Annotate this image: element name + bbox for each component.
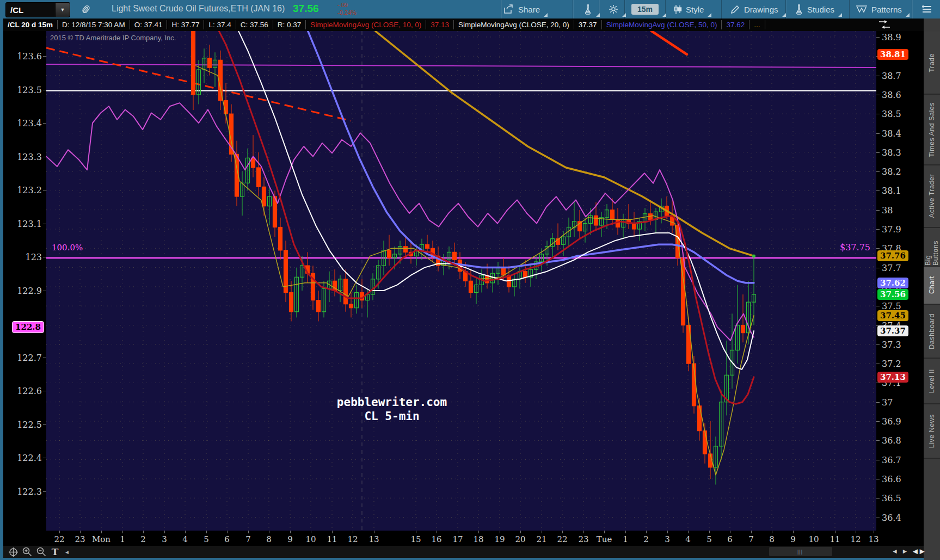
time-axis-tick [625, 531, 626, 533]
time-axis-label: 23 [578, 534, 588, 544]
zoom-in-icon[interactable] [21, 546, 34, 558]
time-axis-tick [437, 531, 437, 533]
right-axis-label: 37.2 [882, 359, 901, 369]
right-axis-label: 36.4 [882, 512, 901, 522]
toolbar-button-drawings[interactable]: Drawings [730, 0, 778, 19]
fib-level-label: 100.0% [52, 243, 83, 253]
time-axis-tick [874, 531, 874, 533]
time-axis-tick [248, 531, 249, 533]
compare-arrows-icon[interactable] [877, 20, 892, 32]
watermark-line1: pebblewriter.com [302, 395, 482, 409]
time-axis-tick [709, 531, 710, 533]
time-axis-label: 12 [850, 534, 861, 544]
sidebar-tab-label: Times And Sales [928, 102, 936, 157]
collapse-left-icon[interactable]: ◄ [63, 546, 71, 558]
toolbar-button-share[interactable]: Share [503, 0, 540, 19]
chevron-down-icon: ▼ [60, 7, 65, 13]
time-axis-tick [667, 531, 668, 533]
pan-tool-icon[interactable] [7, 546, 20, 558]
time-axis-label: 19 [494, 534, 505, 544]
time-axis-tick [101, 531, 102, 533]
right-axis-label: 38.1 [882, 186, 901, 196]
pan-step-buttons[interactable]: ◄ ► [892, 547, 908, 555]
time-axis-label: 7 [748, 534, 754, 544]
fast-pan-icon[interactable]: ◄► [911, 546, 925, 556]
time-axis-tick [730, 531, 730, 533]
link-paperclip-icon[interactable] [81, 4, 91, 17]
right-axis-tick [876, 518, 880, 518]
sidebar-tab-live-news[interactable]: Live News [924, 404, 940, 459]
time-axis-label: 13 [868, 534, 878, 544]
left-axis-label: 123.2 [17, 185, 42, 195]
time-axis-label: 17 [452, 534, 463, 544]
right-axis-tick [876, 498, 880, 499]
time-axis-label: 16 [431, 534, 441, 544]
time-axis-tick [122, 531, 123, 533]
timeframe-chip[interactable]: 15m [631, 4, 659, 15]
price-change: -.09 -0.24% [337, 1, 357, 16]
time-axis-label: 1 [120, 534, 125, 544]
right-axis-tick [876, 344, 880, 345]
sidebar-tab-trade[interactable]: Trade [924, 32, 940, 95]
right-axis-tick [876, 248, 880, 249]
price-chart-canvas[interactable] [46, 31, 876, 531]
chart-plot-area[interactable] [46, 31, 876, 531]
header-segment-2: O: 37.41 [130, 20, 168, 29]
toolbar-button-timeframe[interactable]: 15m [631, 0, 659, 19]
time-axis-tick [185, 531, 186, 533]
sidebar-tab-active-trader[interactable]: Active Trader [924, 165, 940, 228]
toolbar-button-style[interactable]: Style [674, 0, 704, 19]
right-axis-tick [876, 421, 880, 422]
time-axis-label: 22 [557, 534, 567, 544]
right-axis-tick [876, 210, 880, 211]
sidebar-tab-big-buttons[interactable]: Big Buttons [924, 228, 940, 267]
last-price: 37.56 [293, 3, 319, 15]
toolbar-button-patterns[interactable]: Patterns [856, 0, 902, 19]
right-axis-tick [876, 402, 880, 403]
top-toolbar: /CL ▼ Light Sweet Crude Oil Futures,ETH … [0, 0, 940, 19]
right-axis-label: 38.9 [882, 32, 901, 42]
time-axis-label: Mon [92, 534, 110, 544]
right-axis-label: 36.5 [882, 493, 901, 503]
toolbar-separator [912, 0, 912, 19]
toolbar-button-onDemand[interactable] [583, 0, 592, 19]
header-segment-7: SimpleMovingAvg (CLOSE, 10, 0) [306, 20, 426, 29]
zoom-out-icon[interactable] [35, 546, 48, 558]
header-segment-6: R: 0.37 [273, 20, 306, 29]
site-watermark: pebblewriter.com CL 5-min [302, 395, 482, 423]
right-axis-label: 37.7 [882, 262, 901, 273]
toolbar-button-studies[interactable]: Studies [795, 0, 834, 19]
sidebar-tab-dashboard[interactable]: Dashboard [924, 305, 940, 359]
right-axis-label: 37 [882, 397, 893, 407]
symbol-value[interactable]: /CL [6, 5, 55, 15]
time-axis-tick [311, 531, 311, 533]
time-axis-label: 2 [643, 534, 649, 544]
time-axis-tick [143, 531, 144, 533]
header-segment-12: 37.62 [722, 20, 749, 29]
time-axis-label: 8 [769, 534, 775, 544]
header-segment-9: SimpleMovingAvg (CLOSE, 20, 0) [454, 20, 574, 29]
sidebar-tab-label: Dashboard [928, 313, 936, 349]
header-segment-1: D: 12/8/15 7:30 AM [58, 20, 130, 29]
chart-scrollbar[interactable]: ||| [769, 547, 832, 556]
toolbar-button-settings[interactable] [609, 0, 618, 19]
text-tool-icon[interactable]: T [49, 546, 61, 558]
time-axis-label: 3 [665, 534, 670, 544]
bottom-frame-edge [0, 558, 940, 560]
sidebar-tab-chart[interactable]: Chart [924, 267, 940, 305]
time-axis-label: 13 [368, 534, 379, 544]
time-axis-label: 21 [536, 534, 546, 544]
toolbar-label-patterns: Patterns [871, 5, 902, 14]
time-axis-label: 11 [327, 534, 337, 544]
toolbar-label-studies: Studies [807, 5, 834, 14]
sidebar-tab-level-ii[interactable]: Level II [924, 359, 940, 404]
toolbar-button-menu[interactable] [922, 0, 932, 19]
right-axis-price-bubble: 37.62 [877, 278, 908, 288]
left-axis-label: 123.6 [17, 51, 42, 61]
symbol-dropdown-button[interactable]: ▼ [55, 3, 70, 17]
scrollbar-grip[interactable]: ||| [793, 549, 807, 555]
right-axis-tick [876, 76, 880, 76]
symbol-input[interactable]: /CL ▼ [5, 2, 70, 17]
time-axis-label: 10 [305, 534, 316, 544]
sidebar-tab-times-and-sales[interactable]: Times And Sales [924, 95, 940, 165]
